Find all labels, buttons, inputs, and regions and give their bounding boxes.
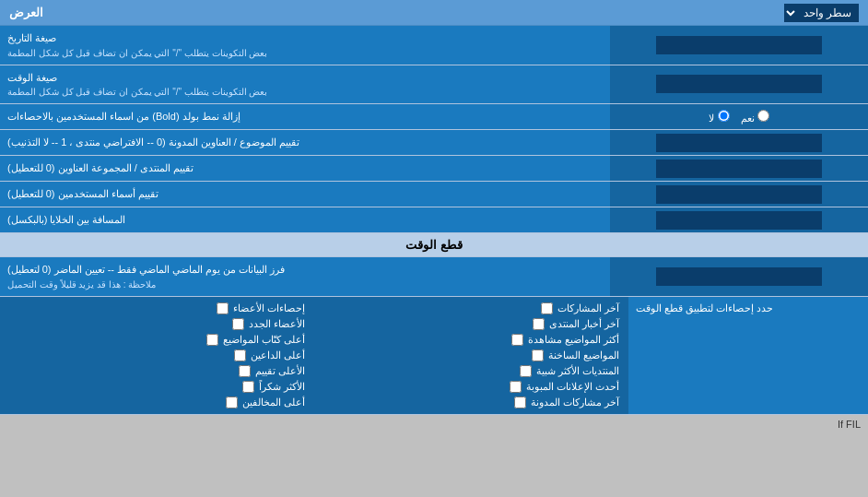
checkbox-col-2: إحصاءات الأعضاء الأعضاء الجدد أعلى كتّاب… [0, 297, 314, 414]
cb-8[interactable] [217, 302, 229, 314]
forum-sort-input-cell[interactable]: 33 [610, 156, 868, 181]
cutoff-input[interactable]: 0 [656, 267, 822, 286]
topic-sort-row: 33 تقييم الموضوع / العناوين المدونة (0 -… [0, 130, 868, 156]
cb-item-1: آخر المشاركات [323, 302, 619, 314]
topic-sort-input-cell[interactable]: 33 [610, 130, 868, 155]
cb-item-9: الأعضاء الجدد [9, 318, 305, 330]
cutoff-value-row: 0 فرز البيانات من يوم الماضي الماضي فقط … [0, 257, 868, 297]
cb-12[interactable] [239, 365, 251, 377]
radio-yes-label[interactable]: نعم [741, 110, 769, 124]
cutoff-section-header-row: قطع الوقت [0, 233, 868, 257]
user-sort-input[interactable]: 0 [656, 185, 822, 204]
cb-item-6: أحدث الإعلانات المبوبة [323, 381, 619, 393]
cb-item-10: أعلى كتّاب المواضيع [9, 334, 305, 346]
topic-sort-label: تقييم الموضوع / العناوين المدونة (0 -- ا… [0, 130, 610, 155]
gap-row: 2 المسافة بين الخلايا (بالبكسل) [0, 207, 868, 233]
cb-3[interactable] [511, 334, 523, 346]
cutoff-input-cell[interactable]: 0 [610, 257, 868, 296]
cb-item-4: المواضيع الساخنة [323, 349, 619, 361]
bold-remove-label: إزالة نمط بولد (Bold) من اسماء المستخدمي… [0, 104, 610, 129]
cb-item-14: أعلى المخالفين [9, 396, 305, 408]
cb-9[interactable] [232, 318, 244, 330]
header-row: سطر واحد سطرين ثلاثة أسطر العرض [0, 0, 868, 26]
cb-14[interactable] [226, 396, 238, 408]
cb-7[interactable] [514, 396, 526, 408]
gap-label: المسافة بين الخلايا (بالبكسل) [0, 207, 610, 232]
date-format-input-cell[interactable]: d-m [610, 26, 868, 65]
footer: If FIL [0, 415, 868, 433]
radio-no-label[interactable]: لا [709, 110, 729, 124]
cb-item-13: الأكثر شكراً [9, 381, 305, 393]
cb-5[interactable] [520, 365, 532, 377]
cb-item-7: آخر مشاركات المدونة [323, 396, 619, 408]
display-select-wrapper[interactable]: سطر واحد سطرين ثلاثة أسطر [784, 4, 859, 22]
date-format-label: صيغة التاريخ بعض التكوينات يتطلب "/" الت… [0, 26, 610, 65]
gap-input-cell[interactable]: 2 [610, 207, 868, 232]
gap-input[interactable]: 2 [656, 211, 822, 230]
cb-item-3: أكثر المواضيع مشاهدة [323, 334, 619, 346]
cb-item-5: المنتديات الأكثر شبية [323, 365, 619, 377]
checkboxes-main-label: حدد إحصاءات لتطبيق قطع الوقت [628, 297, 868, 414]
time-format-input[interactable]: H:i [656, 75, 822, 93]
bold-remove-input-cell: نعم لا [610, 104, 868, 129]
page-title: العرض [9, 6, 43, 19]
forum-sort-input[interactable]: 33 [656, 160, 822, 178]
checkboxes-section: حدد إحصاءات لتطبيق قطع الوقت آخر المشارك… [0, 297, 868, 415]
cutoff-label: فرز البيانات من يوم الماضي الماضي فقط --… [0, 257, 610, 296]
cb-13[interactable] [242, 381, 254, 393]
date-format-input[interactable]: d-m [656, 36, 822, 54]
cb-10[interactable] [206, 334, 218, 346]
radio-yes[interactable] [757, 110, 769, 122]
checkbox-col-1: آخر المشاركات آخر أخبار المنتدى أكثر الم… [314, 297, 628, 414]
cb-item-8: إحصاءات الأعضاء [9, 302, 305, 314]
cb-1[interactable] [541, 302, 553, 314]
cb-item-12: الأعلى تقييم [9, 365, 305, 377]
cutoff-section-title: قطع الوقت [0, 233, 868, 256]
cb-6[interactable] [510, 381, 522, 393]
cb-11[interactable] [234, 349, 246, 361]
footer-text: If FIL [838, 419, 861, 430]
cb-item-11: أعلى الداعين [9, 349, 305, 361]
cb-4[interactable] [532, 349, 544, 361]
display-select[interactable]: سطر واحد سطرين ثلاثة أسطر [784, 4, 859, 22]
user-sort-input-cell[interactable]: 0 [610, 182, 868, 207]
bold-remove-row: نعم لا إزالة نمط بولد (Bold) من اسماء ال… [0, 104, 868, 130]
radio-no[interactable] [718, 110, 730, 122]
forum-sort-row: 33 تقييم المنتدى / المجموعة العناوين (0 … [0, 156, 868, 182]
bold-radio-group: نعم لا [709, 110, 768, 124]
user-sort-row: 0 تقييم أسماء المستخدمين (0 للتعطيل) [0, 182, 868, 207]
cb-2[interactable] [533, 318, 545, 330]
forum-sort-label: تقييم المنتدى / المجموعة العناوين (0 للت… [0, 156, 610, 181]
time-format-label: صيغة الوقت بعض التكوينات يتطلب "/" التي … [0, 65, 610, 104]
time-format-row: H:i صيغة الوقت بعض التكوينات يتطلب "/" ا… [0, 65, 868, 105]
user-sort-label: تقييم أسماء المستخدمين (0 للتعطيل) [0, 182, 610, 207]
cb-item-2: آخر أخبار المنتدى [323, 318, 619, 330]
topic-sort-input[interactable]: 33 [656, 134, 822, 152]
time-format-input-cell[interactable]: H:i [610, 65, 868, 104]
date-format-row: d-m صيغة التاريخ بعض التكوينات يتطلب "/"… [0, 26, 868, 65]
